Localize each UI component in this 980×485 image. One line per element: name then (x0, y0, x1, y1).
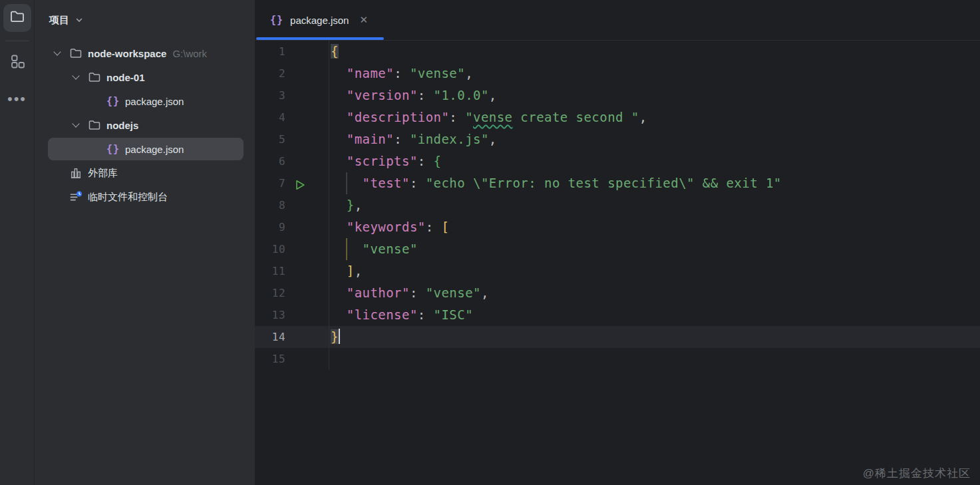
line-number: 9 (255, 216, 329, 238)
tree-item-外部库[interactable]: 外部库 (35, 161, 255, 185)
code-text[interactable]: "test": "echo \"Error: no test specified… (329, 172, 980, 194)
code-token: , (489, 88, 497, 102)
code-token: "name" (347, 66, 394, 81)
code-line[interactable]: 14} (255, 326, 980, 348)
panel-title: 项目 (49, 14, 69, 27)
code-text[interactable]: "version": "1.0.0", (329, 84, 980, 106)
tree-item-node-01[interactable]: node-01 (35, 65, 255, 89)
gutter[interactable]: 8 (255, 194, 329, 216)
code-token: : (418, 154, 434, 168)
tree-item-label: package.json (125, 144, 184, 155)
code-text[interactable]: "description": "vense create second ", (329, 106, 980, 128)
code-token: : (394, 66, 410, 81)
code-line[interactable]: 12 "author": "vense", (255, 282, 980, 304)
gutter[interactable]: 1 (255, 41, 329, 63)
code-line[interactable]: 8 }, (255, 194, 980, 216)
more-icon[interactable]: ••• (7, 96, 27, 102)
code-text[interactable]: { (329, 41, 980, 63)
code-token (331, 285, 347, 300)
code-line[interactable]: 13 "license": "ISC" (255, 304, 980, 326)
gutter[interactable]: 12 (255, 282, 329, 304)
tab-package-json[interactable]: {} package.json ✕ (256, 0, 384, 40)
code-line[interactable]: 9 "keywords": [ (255, 216, 980, 238)
tree-item-临时文件和控制台[interactable]: 临时文件和控制台 (35, 185, 255, 209)
line-number: 10 (255, 238, 329, 260)
code-text[interactable]: ], (329, 260, 980, 282)
gutter[interactable]: 14 (255, 326, 329, 348)
code-line[interactable]: 15 (255, 348, 980, 370)
gutter[interactable]: 9 (255, 216, 329, 238)
line-number: 15 (255, 348, 329, 370)
active-tab-indicator (256, 37, 384, 40)
tree-item-node-workspace[interactable]: node-workspaceG:\work (35, 41, 255, 65)
indent-guide (346, 172, 347, 194)
gutter[interactable]: 6 (255, 150, 329, 172)
code-token: "author" (347, 285, 410, 300)
code-text[interactable]: }, (329, 194, 980, 216)
code-line[interactable]: 6 "scripts": { (255, 150, 980, 172)
close-icon[interactable]: ✕ (359, 14, 368, 26)
code-text[interactable]: } (329, 326, 980, 348)
code-token (331, 263, 347, 278)
chevron-down-icon[interactable] (72, 72, 79, 79)
gutter[interactable]: 2 (255, 63, 329, 84)
code-token: : (418, 307, 434, 322)
code-text[interactable]: "name": "vense", (329, 63, 980, 84)
code-token: "main" (347, 132, 394, 146)
code-text[interactable]: "scripts": { (329, 150, 980, 172)
gutter[interactable]: 10 (255, 238, 329, 260)
structure-icon[interactable] (9, 53, 25, 69)
project-panel-header[interactable]: 项目 (35, 0, 255, 29)
gutter[interactable]: 15 (255, 348, 329, 370)
code-text[interactable]: "main": "index.js", (329, 128, 980, 150)
code-token: } (347, 198, 355, 212)
code-token: : (418, 88, 434, 102)
json-file-icon: {} (270, 14, 283, 26)
project-tool-button[interactable] (3, 4, 31, 32)
code-text[interactable]: "vense" (329, 238, 980, 260)
tree-item-package.json[interactable]: {}package.json (35, 89, 255, 113)
line-number: 2 (255, 63, 329, 84)
library-icon (69, 166, 82, 180)
code-line[interactable]: 2 "name": "vense", (255, 63, 980, 84)
tool-window-stripe: ••• (0, 0, 35, 485)
gutter[interactable]: 13 (255, 304, 329, 326)
code-line[interactable]: 7 "test": "echo \"Error: no test specifi… (255, 172, 980, 194)
tree-item-nodejs[interactable]: nodejs (35, 113, 255, 137)
code-token: "keywords" (347, 220, 426, 234)
code-token: , (481, 285, 489, 300)
code-editor[interactable]: 1{2 "name": "vense",3 "version": "1.0.0"… (255, 41, 980, 485)
gutter[interactable]: 7 (255, 172, 329, 194)
line-number: 12 (255, 282, 329, 304)
code-token: "license" (347, 307, 418, 322)
code-line[interactable]: 3 "version": "1.0.0", (255, 84, 980, 106)
chevron-down-icon[interactable] (53, 48, 61, 55)
gutter[interactable]: 11 (255, 260, 329, 282)
project-panel: 项目 node-workspaceG:\worknode-01{}package… (35, 0, 255, 485)
code-token: vense (473, 110, 512, 124)
line-number: 6 (255, 150, 329, 172)
code-line[interactable]: 5 "main": "index.js", (255, 128, 980, 150)
gutter[interactable]: 4 (255, 106, 329, 128)
code-text[interactable]: "author": "vense", (329, 282, 980, 304)
code-line[interactable]: 1{ (255, 41, 980, 63)
code-line[interactable]: 4 "description": "vense create second ", (255, 106, 980, 128)
code-token (331, 154, 347, 168)
tree-item-label: 外部库 (88, 167, 118, 180)
tab-label: package.json (290, 15, 349, 26)
gutter[interactable]: 3 (255, 84, 329, 106)
code-text[interactable]: "license": "ISC" (329, 304, 980, 326)
tree-item-package.json[interactable]: {}package.json (35, 137, 255, 161)
gutter[interactable]: 5 (255, 128, 329, 150)
code-line[interactable]: 10 "vense" (255, 238, 980, 260)
line-number: 11 (255, 260, 329, 282)
folder-icon (69, 47, 82, 60)
chevron-down-icon[interactable] (72, 120, 79, 127)
folder-icon (9, 9, 25, 27)
line-number: 14 (255, 326, 329, 348)
code-line[interactable]: 11 ], (255, 260, 980, 282)
code-token: "description" (347, 110, 450, 124)
code-text[interactable]: "keywords": [ (329, 216, 980, 238)
ide-window: ••• 项目 node-workspaceG:\worknode-01{}pac… (0, 0, 980, 485)
code-text[interactable] (329, 348, 980, 370)
